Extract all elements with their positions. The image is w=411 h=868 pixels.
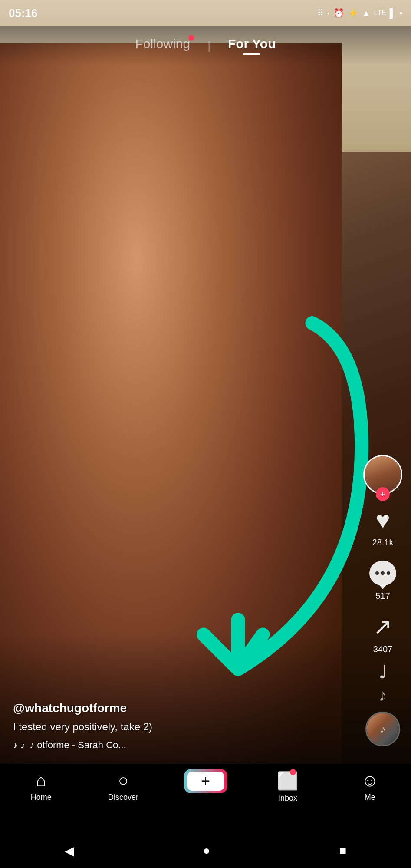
- music-info[interactable]: ♪ ♪ ♪ otforme - Sarah Co...: [13, 739, 337, 751]
- music-note-action: ♩: [378, 661, 387, 683]
- me-label: Me: [365, 793, 375, 802]
- sound-wave-icon: ⠿: [317, 8, 324, 18]
- me-icon: ☺: [361, 771, 379, 790]
- nav-home[interactable]: ⌂ Home: [0, 771, 82, 802]
- discover-icon: ○: [118, 771, 128, 790]
- comment-count: 517: [375, 591, 390, 601]
- nav-inbox[interactable]: ⬜ Inbox: [247, 771, 329, 803]
- lte-icon: LTE: [374, 9, 386, 17]
- signal-icon: ▌: [390, 8, 396, 18]
- music-disc-action[interactable]: ♪: [365, 712, 400, 746]
- music-disc-inner: ♪: [367, 713, 399, 745]
- music-note2-icon: ♪: [379, 686, 387, 705]
- like-count: 28.1k: [372, 538, 394, 548]
- like-action[interactable]: ♥ 28.1k: [368, 505, 398, 548]
- music-note-small-icon: ♪ ♪: [13, 739, 25, 751]
- android-recents-button[interactable]: ■: [339, 844, 347, 858]
- dot-icon: ●: [327, 11, 330, 16]
- person-video: [0, 43, 342, 764]
- alarm-icon: ⏰: [333, 8, 344, 18]
- create-button[interactable]: +: [184, 769, 227, 793]
- home-label: Home: [31, 793, 52, 802]
- follow-button[interactable]: +: [376, 487, 390, 501]
- video-background: [0, 0, 411, 764]
- android-home-button[interactable]: ●: [203, 844, 210, 858]
- tab-following[interactable]: Following: [135, 36, 190, 55]
- status-time: 05:16: [9, 7, 38, 20]
- inbox-label: Inbox: [278, 794, 297, 803]
- bluetooth-icon: ⚡: [348, 8, 358, 18]
- status-icons: ⠿ ● ⏰ ⚡ ▲ LTE ▌ ▪: [317, 8, 402, 18]
- nav-tabs: Following | For You: [0, 26, 411, 65]
- music-title: ♪ otforme - Sarah Co...: [30, 739, 126, 751]
- tab-for-you[interactable]: For You: [228, 36, 276, 55]
- wifi-icon: ▲: [362, 8, 371, 18]
- following-notification-dot: [188, 35, 194, 41]
- share-icon: ↗: [373, 614, 392, 640]
- nav-me[interactable]: ☺ Me: [329, 771, 411, 802]
- comment-dot-1: [375, 571, 379, 575]
- comment-dot-3: [387, 571, 390, 575]
- inbox-notification-dot: [290, 769, 296, 775]
- music-note-icon: ♩: [378, 661, 387, 683]
- action-buttons: + ♥ 28.1k 517 ↗ 3407 ♩: [363, 455, 402, 746]
- bottom-nav: ⌂ Home ○ Discover + ⬜ Inbox ☺ Me: [0, 764, 411, 833]
- creator-avatar[interactable]: +: [363, 455, 402, 494]
- video-caption: I tested very positively, take 2): [13, 719, 337, 734]
- nav-discover[interactable]: ○ Discover: [82, 771, 164, 802]
- like-icon-container: ♥: [368, 505, 398, 535]
- android-nav: ◀ ● ■: [0, 833, 411, 868]
- share-action[interactable]: ↗ 3407: [368, 611, 398, 654]
- share-icon-container: ↗: [368, 611, 398, 642]
- comment-dot-2: [381, 571, 385, 575]
- disc-note-icon: ♪: [380, 723, 385, 735]
- comment-bubble: [369, 561, 396, 586]
- comment-dots: [375, 571, 390, 575]
- video-info: @whatchugotforme I tested very positivel…: [9, 697, 342, 755]
- create-button-inner: +: [187, 772, 224, 791]
- tab-divider: |: [207, 39, 210, 53]
- creator-username[interactable]: @whatchugotforme: [13, 701, 337, 715]
- share-count: 3407: [373, 644, 393, 654]
- discover-label: Discover: [108, 793, 138, 802]
- music-note2-action: ♪: [379, 686, 387, 705]
- comment-action[interactable]: 517: [368, 558, 398, 601]
- status-bar: 05:16 ⠿ ● ⏰ ⚡ ▲ LTE ▌ ▪: [0, 0, 411, 26]
- inbox-icon: ⬜: [277, 771, 299, 790]
- plus-icon: +: [201, 772, 210, 790]
- battery-icon: ▪: [399, 8, 402, 18]
- android-back-button[interactable]: ◀: [65, 844, 74, 858]
- home-icon: ⌂: [36, 771, 46, 790]
- heart-icon: ♥: [375, 506, 390, 534]
- nav-create[interactable]: +: [164, 769, 247, 793]
- music-disc: ♪: [365, 712, 400, 746]
- comment-icon-container: [368, 558, 398, 588]
